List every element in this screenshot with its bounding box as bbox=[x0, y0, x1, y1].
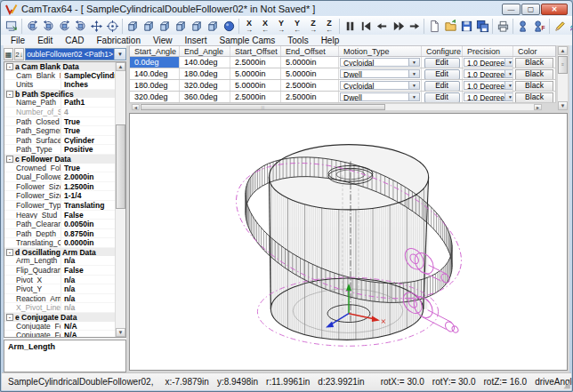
axis-x-forward-icon[interactable]: X→ bbox=[241, 19, 257, 34]
shaded-render-icon[interactable] bbox=[221, 19, 237, 34]
configure-edit-button[interactable]: Edit bbox=[424, 81, 460, 91]
end-offset-cell[interactable]: 5.0000in bbox=[281, 57, 339, 68]
axis-y-back-icon[interactable]: Y← bbox=[289, 19, 305, 34]
iso-view-4-icon[interactable] bbox=[173, 19, 189, 34]
menu-item[interactable]: Edit bbox=[31, 36, 59, 45]
column-header[interactable]: End_Offset bbox=[281, 46, 339, 56]
property-value[interactable]: n/a bbox=[61, 256, 116, 265]
new-file-icon[interactable] bbox=[426, 19, 442, 34]
start-angle-cell[interactable]: 180.0deg bbox=[130, 80, 180, 91]
column-header[interactable]: Start_Offset bbox=[230, 46, 281, 56]
property-row[interactable]: Units Inches bbox=[4, 80, 116, 90]
iso-view-3-icon[interactable] bbox=[157, 19, 173, 34]
chevron-down-icon[interactable]: ▼ bbox=[504, 70, 513, 77]
iso-view-1-icon[interactable] bbox=[125, 19, 141, 34]
property-value[interactable]: 1-1/4 bbox=[61, 191, 116, 200]
collapse-icon[interactable]: - bbox=[6, 314, 13, 321]
property-category[interactable]: - c Follower Data bbox=[4, 155, 116, 164]
property-row[interactable]: Cam_Blank_Name SampleCylindricalD bbox=[4, 71, 116, 81]
property-row[interactable]: Path_Depth 0.8750in bbox=[4, 229, 116, 239]
color-button[interactable]: Black bbox=[515, 81, 553, 91]
property-category[interactable]: - a Cam Blank Data bbox=[4, 62, 116, 71]
property-row[interactable]: Follower_Size_Di 1.2500in bbox=[4, 182, 116, 192]
scrollbar-thumb[interactable] bbox=[116, 124, 125, 209]
configure-edit-button[interactable]: Edit bbox=[424, 92, 460, 102]
step-first-icon[interactable] bbox=[358, 19, 374, 34]
precision-select[interactable]: 1.0 Degree ▼ bbox=[464, 81, 513, 90]
cam-fabricate-icon[interactable] bbox=[531, 19, 547, 34]
property-value[interactable]: 4 bbox=[61, 108, 116, 116]
property-category[interactable]: - d Oscillating Arm Data bbox=[4, 248, 116, 257]
property-row[interactable]: Path_Type Positive bbox=[4, 145, 116, 155]
start-offset-cell[interactable]: 5.0000in bbox=[230, 80, 281, 91]
menu-item[interactable]: Sample Cams bbox=[213, 36, 281, 45]
save-file-icon[interactable] bbox=[458, 19, 474, 34]
propgrid-scrollbar[interactable]: ▲ ▼ bbox=[115, 62, 125, 337]
close-button[interactable]: ✕ bbox=[541, 4, 568, 15]
property-row[interactable]: Conjugate_Follow N/A bbox=[4, 331, 116, 337]
property-value[interactable]: 0.8750in bbox=[61, 229, 116, 238]
start-offset-cell[interactable]: 2.5000in bbox=[230, 92, 281, 102]
segment-row[interactable]: 0.0deg 140.0deg 2.5000in 5.0000in Cycloi… bbox=[129, 57, 556, 68]
profile-editor-icon[interactable] bbox=[568, 19, 573, 34]
property-value[interactable]: False bbox=[61, 266, 116, 275]
rotate-z-icon[interactable] bbox=[56, 19, 72, 34]
property-row[interactable]: Pivot_Y n/a bbox=[4, 284, 116, 294]
property-row[interactable]: Number_of_Segm 4 bbox=[4, 108, 116, 117]
column-header[interactable]: Color bbox=[513, 46, 555, 56]
color-button[interactable]: Black bbox=[515, 69, 553, 79]
maximize-button[interactable]: ▢ bbox=[521, 4, 540, 15]
property-row[interactable]: Conjugate_Follow N/A bbox=[4, 322, 116, 332]
property-row[interactable]: Path_Surface Cylinder bbox=[4, 136, 116, 146]
axis-x-back-icon[interactable]: X← bbox=[257, 19, 273, 34]
property-value[interactable]: 0.0050in bbox=[61, 220, 116, 228]
column-header[interactable]: Start_Angle bbox=[130, 46, 180, 56]
motion-type-select[interactable]: Cycloidal ▼ bbox=[340, 58, 420, 67]
start-angle-cell[interactable]: 0.0deg bbox=[130, 57, 180, 68]
property-value[interactable]: Cylinder bbox=[61, 136, 116, 145]
table-vscrollbar[interactable]: ▲ ≡ ▼ bbox=[557, 45, 569, 111]
chevron-down-icon[interactable]: ▼ bbox=[114, 49, 125, 60]
center-view-icon[interactable] bbox=[104, 19, 120, 34]
property-value[interactable]: Path1 bbox=[61, 98, 116, 107]
print-icon[interactable] bbox=[495, 19, 511, 34]
property-row[interactable]: Path_Clearance 0.0050in bbox=[4, 220, 116, 229]
scroll-up-icon[interactable]: ▲ bbox=[116, 62, 125, 71]
save-all-icon[interactable] bbox=[474, 19, 490, 34]
end-angle-cell[interactable]: 320.0deg bbox=[180, 80, 230, 91]
step-forward-icon[interactable] bbox=[406, 19, 422, 34]
menu-item[interactable]: Insert bbox=[178, 36, 213, 45]
axis-y-forward-icon[interactable]: Y→ bbox=[273, 19, 289, 34]
table-hscrollbar[interactable]: ◄ ⁞⁞⁞ ► bbox=[131, 103, 543, 111]
end-angle-cell[interactable]: 360.0deg bbox=[180, 92, 230, 102]
scroll-up-icon[interactable]: ▲ bbox=[558, 46, 568, 55]
property-value[interactable]: N/A bbox=[61, 322, 116, 331]
precision-select[interactable]: 1.0 Degree ▼ bbox=[464, 92, 513, 101]
menu-item[interactable]: Fabrication bbox=[90, 36, 146, 45]
titlebar[interactable]: CamTrax64 - [ SampleCylindricalDoubleFol… bbox=[1, 1, 572, 16]
property-row[interactable]: Crowned_Follow True bbox=[4, 164, 116, 173]
end-offset-cell[interactable]: 2.5000in bbox=[281, 80, 339, 91]
chevron-down-icon[interactable]: ▼ bbox=[504, 82, 513, 89]
end-angle-cell[interactable]: 180.0deg bbox=[180, 68, 230, 79]
scrollbar-thumb[interactable]: ≡ bbox=[558, 56, 568, 74]
property-row[interactable]: Follower_Size_N 1-1/4 bbox=[4, 191, 116, 201]
property-value[interactable]: N/A bbox=[61, 331, 116, 337]
motion-type-select[interactable]: Dwell ▼ bbox=[340, 69, 420, 78]
property-row[interactable]: Path_Segments_C True bbox=[4, 126, 116, 136]
start-offset-cell[interactable]: 2.5000in bbox=[230, 57, 281, 68]
scroll-down-icon[interactable]: ▼ bbox=[558, 101, 568, 110]
pan-icon[interactable] bbox=[88, 19, 104, 34]
path-selector-combo[interactable]: oubleFollower02 <Path1> ▼ bbox=[25, 48, 126, 60]
chevron-down-icon[interactable]: ▼ bbox=[408, 70, 419, 77]
column-header[interactable]: Motion_Type bbox=[339, 46, 422, 56]
alphabetical-sort-button[interactable]: 2↓ bbox=[14, 48, 24, 60]
property-category[interactable]: - b Path Specifics bbox=[4, 90, 116, 99]
property-row[interactable]: Heavy_Stud False bbox=[4, 211, 116, 220]
iso-view-6-icon[interactable] bbox=[205, 19, 221, 34]
cam-3d-viewport[interactable] bbox=[129, 113, 568, 371]
chevron-down-icon[interactable]: ▼ bbox=[408, 59, 419, 66]
property-row[interactable]: Name_Path Path1 bbox=[4, 98, 116, 108]
property-category[interactable]: - e Conjugate Data bbox=[4, 313, 116, 322]
precision-select[interactable]: 1.0 Degree ▼ bbox=[464, 58, 513, 67]
